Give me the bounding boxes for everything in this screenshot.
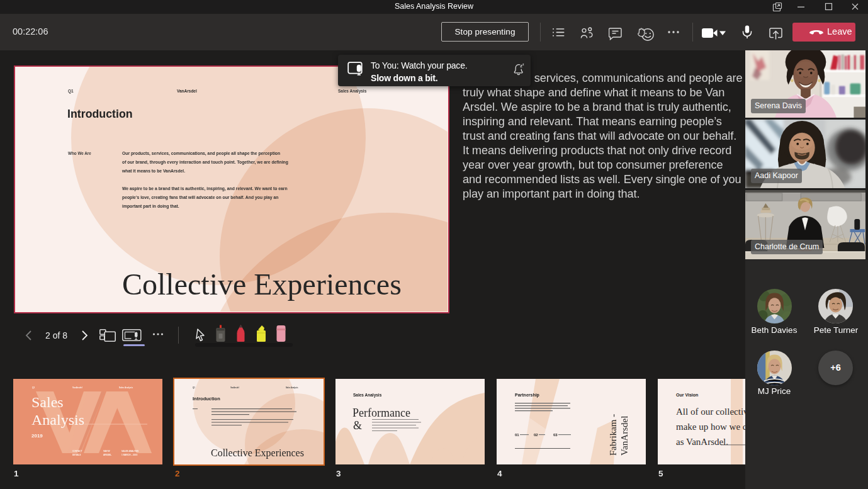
svg-text:VanArsdel: VanArsdel [230,386,239,389]
svg-text:02: 02 [534,433,538,437]
svg-text:important part in doing that.: important part in doing that. [122,204,179,209]
svg-text:Introduction: Introduction [193,396,220,402]
svg-text:Collective Experiences: Collective Experiences [122,267,402,301]
svg-text:Our products, services, commun: Our products, services, communications, … [122,151,280,156]
svg-text:DETAILS: DETAILS [72,454,81,456]
svg-text:All of our collective: All of our collective [676,407,753,417]
svg-text:ARSDEL: ARSDEL [103,454,111,456]
svg-text:&: & [353,419,362,432]
svg-text:Collective Experiences: Collective Experiences [211,447,304,459]
svg-text:Sales: Sales [31,394,64,410]
svg-text:of our brand, through every in: of our brand, through every interaction … [122,160,288,165]
svg-text:Our Vision: Our Vision [676,393,698,397]
svg-text:Performance: Performance [352,407,410,419]
svg-text:Fabrikam -: Fabrikam - [608,414,618,456]
svg-text:SALES ANALYSIS: SALES ANALYSIS [121,450,138,452]
svg-text:Sales Analysis: Sales Analysis [353,393,382,398]
svg-text:people's love, creating fans t: people's love, creating fans that will a… [122,195,278,200]
svg-text:Analysis: Analysis [31,412,84,428]
svg-text:Sales Analysis: Sales Analysis [119,386,133,389]
svg-text:VanArsdel: VanArsdel [72,386,82,389]
svg-text:2019: 2019 [31,433,43,439]
svg-text:Q1: Q1 [68,89,74,94]
svg-text:01: 01 [515,433,519,437]
svg-text:CONTACT: CONTACT [72,450,82,452]
svg-text:VAN W: VAN W [103,450,110,452]
svg-text:03: 03 [553,433,558,437]
svg-text:VanArsdel: VanArsdel [619,416,629,456]
svg-text:Sales Analysis: Sales Analysis [338,89,367,94]
svg-text:Q1: Q1 [32,386,35,389]
svg-text:Who We Are: Who We Are [68,151,91,155]
svg-text:Partnership: Partnership [515,393,539,398]
svg-text:as VanArsdel.: as VanArsdel. [676,437,728,447]
svg-text:make up how we co: make up how we co [676,422,752,432]
svg-text:Sales Analysis: Sales Analysis [286,386,298,389]
svg-text:Q1: Q1 [193,386,195,389]
svg-text:We aspire to be a brand that i: We aspire to be a brand that is authenti… [122,186,288,191]
svg-text:1 MARCH – 2019: 1 MARCH – 2019 [121,454,137,456]
svg-text:VanArsdel: VanArsdel [177,89,197,93]
svg-text:z: z [522,63,524,66]
svg-text:Introduction: Introduction [67,108,133,120]
svg-text:what it means to be VanArsdel.: what it means to be VanArsdel. [121,169,185,173]
